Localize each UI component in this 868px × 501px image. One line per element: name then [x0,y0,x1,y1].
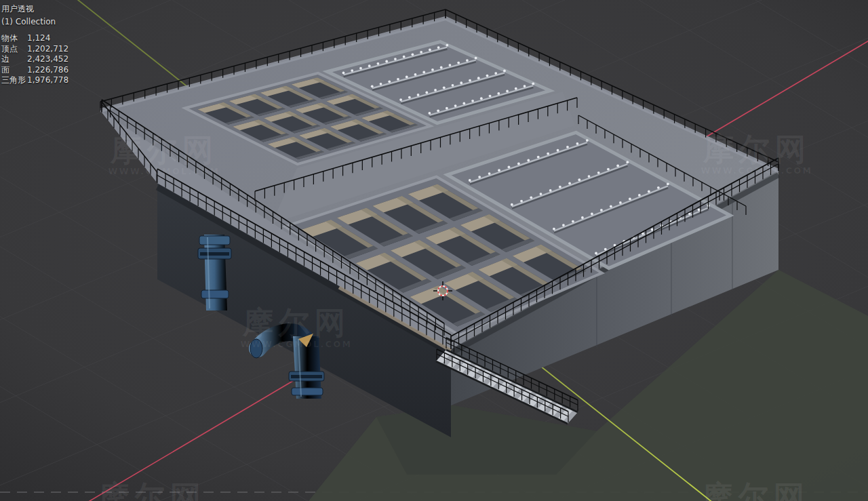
stat-edges: 边 2,423,452 [1,54,68,65]
blender-3d-viewport[interactable]: 摩尔网 WWW.CGMOL.COM 摩尔网 WWW.CGMOL.COM 摩尔网 … [0,0,868,501]
active-collection-label: (1) Collection [1,17,68,28]
stat-vertices: 顶点 1,202,712 [1,44,68,55]
view-perspective-label: 用户透视 [1,4,68,15]
stat-objects: 物体 1,124 [1,33,68,44]
stat-faces: 面 1,226,786 [1,65,68,76]
stat-triangles: 三角形 1,976,778 [1,75,68,86]
viewport-scene [0,0,868,501]
viewport-stats-overlay: 用户透视 (1) Collection 物体 1,124 顶点 1,202,71… [1,4,68,86]
